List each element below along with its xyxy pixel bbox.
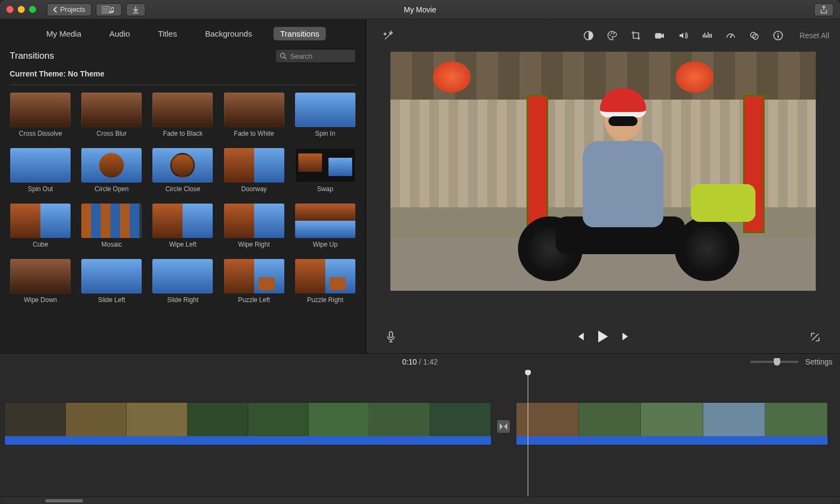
stabilization-button[interactable] xyxy=(653,29,666,42)
transition-item[interactable]: Swap xyxy=(292,148,358,200)
share-button[interactable] xyxy=(814,3,834,16)
prev-frame-button[interactable] xyxy=(575,332,585,343)
transition-item[interactable]: Cross Dissolve xyxy=(8,93,73,145)
import-media-button[interactable] xyxy=(96,3,122,16)
tab-transitions[interactable]: Transitions xyxy=(274,27,326,40)
transition-label: Slide Left xyxy=(98,296,125,304)
zoom-window-button[interactable] xyxy=(29,6,36,13)
enhance-wand-button[interactable] xyxy=(382,29,395,42)
download-arrow-icon xyxy=(132,6,139,13)
back-to-projects-button[interactable]: Projects xyxy=(47,3,92,16)
transition-thumbnail[interactable] xyxy=(152,259,213,293)
search-input[interactable]: Search xyxy=(275,49,356,63)
transition-label: Wipe Right xyxy=(238,241,270,248)
transition-item[interactable]: Slide Right xyxy=(150,259,215,311)
transition-label: Doorway xyxy=(241,185,267,193)
transition-thumbnail[interactable] xyxy=(224,204,284,238)
filters-button[interactable] xyxy=(748,29,761,42)
svg-rect-19 xyxy=(389,332,393,338)
timeline-tracks[interactable] xyxy=(0,370,840,496)
playhead-time: 0:10 xyxy=(402,358,417,366)
transition-item[interactable]: Wipe Right xyxy=(221,204,287,256)
transition-thumbnail[interactable] xyxy=(295,148,355,183)
search-icon xyxy=(280,53,287,60)
transition-thumbnail[interactable] xyxy=(224,93,284,127)
transition-item[interactable]: Cube xyxy=(8,204,73,256)
svg-point-11 xyxy=(613,33,614,34)
transition-item[interactable]: Puzzle Right xyxy=(292,259,358,311)
transition-item[interactable]: Spin Out xyxy=(8,148,73,200)
equalizer-icon xyxy=(702,30,712,41)
transition-thumbnail[interactable] xyxy=(295,93,355,127)
color-balance-button[interactable] xyxy=(582,29,595,42)
transition-thumbnail[interactable] xyxy=(10,93,71,127)
transition-thumbnail[interactable] xyxy=(81,259,142,293)
transition-item[interactable]: Fade to White xyxy=(221,93,287,145)
transition-label: Circle Open xyxy=(95,185,129,193)
transition-thumbnail[interactable] xyxy=(295,204,355,238)
transition-item[interactable]: Spin In xyxy=(292,93,358,145)
close-window-button[interactable] xyxy=(6,6,13,13)
timeline-clip[interactable] xyxy=(516,402,828,445)
transition-thumbnail[interactable] xyxy=(224,148,284,183)
transition-indicator[interactable] xyxy=(496,419,510,433)
overlap-circles-icon xyxy=(749,30,760,41)
transition-thumbnail[interactable] xyxy=(81,148,142,183)
timeline-zoom-slider[interactable] xyxy=(750,361,799,363)
fullscreen-button[interactable] xyxy=(809,331,822,344)
scrollbar-thumb[interactable] xyxy=(45,499,83,502)
transition-label: Mosaic xyxy=(101,241,122,248)
timeline: 0:10 / 1:42 Settings xyxy=(0,353,840,504)
zoom-slider-knob[interactable] xyxy=(774,358,780,366)
tab-titles[interactable]: Titles xyxy=(151,27,183,40)
transition-thumbnail[interactable] xyxy=(152,204,213,238)
svg-point-9 xyxy=(610,34,611,36)
transition-item[interactable]: Circle Open xyxy=(79,148,144,200)
transition-item[interactable]: Wipe Left xyxy=(150,204,215,256)
tab-audio[interactable]: Audio xyxy=(103,27,136,40)
timeline-scrollbar[interactable] xyxy=(0,496,840,504)
transition-item[interactable]: Circle Close xyxy=(150,148,215,200)
transition-item[interactable]: Wipe Up xyxy=(292,204,358,256)
tab-my-media[interactable]: My Media xyxy=(40,27,88,40)
next-frame-button[interactable] xyxy=(621,332,631,343)
svg-point-17 xyxy=(778,33,779,34)
reset-all-button[interactable]: Reset All xyxy=(800,31,829,40)
transition-item[interactable]: Fade to Black xyxy=(150,93,215,145)
download-button[interactable] xyxy=(126,3,145,16)
timeline-clip[interactable] xyxy=(4,402,492,445)
info-button[interactable] xyxy=(772,29,785,42)
timeline-settings-button[interactable]: Settings xyxy=(805,358,832,366)
crop-button[interactable] xyxy=(629,29,642,42)
transition-thumbnail[interactable] xyxy=(10,259,71,293)
transition-item[interactable]: Doorway xyxy=(221,148,287,200)
noise-eq-button[interactable] xyxy=(701,29,713,42)
tab-backgrounds[interactable]: Backgrounds xyxy=(199,27,259,40)
svg-point-13 xyxy=(730,37,731,38)
transition-item[interactable]: Cross Blur xyxy=(79,93,144,145)
transition-item[interactable]: Slide Left xyxy=(79,259,144,311)
minimize-window-button[interactable] xyxy=(18,6,25,13)
volume-button[interactable] xyxy=(677,29,690,42)
transition-thumbnail[interactable] xyxy=(81,204,142,238)
transition-thumbnail[interactable] xyxy=(10,204,71,238)
color-correction-button[interactable] xyxy=(606,29,619,42)
transition-thumbnail[interactable] xyxy=(224,259,284,293)
play-button[interactable] xyxy=(597,330,610,345)
preview-canvas[interactable] xyxy=(390,52,816,291)
transition-thumbnail[interactable] xyxy=(10,148,71,183)
transition-thumbnail[interactable] xyxy=(152,93,213,127)
playhead[interactable] xyxy=(528,370,528,496)
transition-thumbnail[interactable] xyxy=(152,148,213,183)
transition-item[interactable]: Puzzle Left xyxy=(221,259,287,311)
transition-thumbnail[interactable] xyxy=(81,93,142,127)
transition-thumbnail[interactable] xyxy=(295,259,355,293)
transition-item[interactable]: Wipe Down xyxy=(8,259,73,311)
search-placeholder: Search xyxy=(290,52,312,60)
speed-button[interactable] xyxy=(724,29,737,42)
viewer xyxy=(366,52,840,321)
svg-rect-6 xyxy=(224,93,284,127)
voiceover-record-button[interactable] xyxy=(384,331,397,344)
transition-item[interactable]: Mosaic xyxy=(79,204,144,256)
speedometer-icon xyxy=(725,30,736,41)
